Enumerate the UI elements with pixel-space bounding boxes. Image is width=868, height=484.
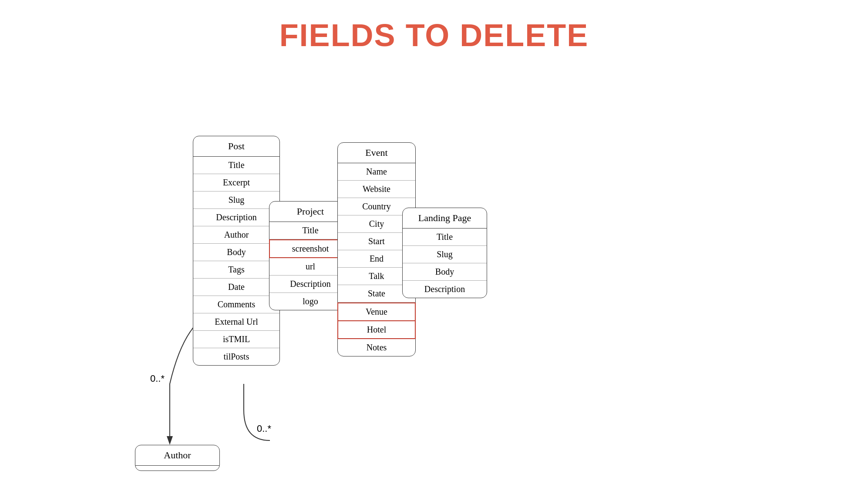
page-title: FIELDS TO DELETE bbox=[0, 0, 868, 79]
author-header: Author bbox=[135, 445, 219, 466]
event-field-name: Name bbox=[338, 163, 415, 181]
post-field-comments: Comments bbox=[193, 296, 279, 313]
post-field-slug: Slug bbox=[193, 192, 279, 209]
landing-page-field-title: Title bbox=[403, 229, 487, 246]
post-field-author: Author bbox=[193, 226, 279, 244]
event-field-website: Website bbox=[338, 181, 415, 198]
post-field-excerpt: Excerpt bbox=[193, 174, 279, 192]
post-field-tags: Tags bbox=[193, 261, 279, 279]
landing-page-field-description: Description bbox=[403, 281, 487, 298]
event-field-hotel: Hotel bbox=[337, 321, 416, 339]
landing-page-field-body: Body bbox=[403, 263, 487, 281]
post-field-tilposts: tilPosts bbox=[193, 348, 279, 365]
event-field-notes: Notes bbox=[338, 339, 415, 356]
svg-text:0..*: 0..* bbox=[257, 423, 271, 434]
post-field-description: Description bbox=[193, 209, 279, 226]
landing-page-header: Landing Page bbox=[403, 208, 487, 229]
post-field-istmlil: isTMIL bbox=[193, 331, 279, 348]
landing-page-field-slug: Slug bbox=[403, 246, 487, 263]
svg-marker-0 bbox=[167, 436, 173, 445]
post-field-date: Date bbox=[193, 279, 279, 296]
post-field-title: Title bbox=[193, 157, 279, 174]
post-header: Post bbox=[193, 136, 279, 157]
landing-page-entity: Landing Page Title Slug Body Description bbox=[402, 208, 487, 298]
post-entity: Post Title Excerpt Slug Description Auth… bbox=[193, 136, 280, 366]
event-field-venue: Venue bbox=[337, 302, 416, 321]
post-field-body: Body bbox=[193, 244, 279, 261]
post-field-external-url: External Url bbox=[193, 313, 279, 331]
svg-text:0..*: 0..* bbox=[150, 373, 165, 384]
event-header: Event bbox=[338, 143, 415, 163]
author-entity: Author bbox=[135, 445, 220, 471]
